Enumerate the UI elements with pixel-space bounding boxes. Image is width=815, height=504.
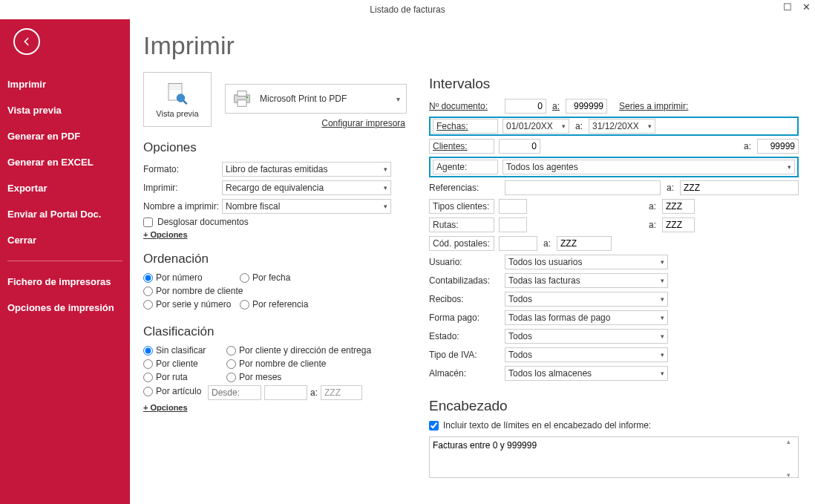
clas-cliente[interactable]: Por cliente: [143, 359, 226, 369]
estado-label: Estado:: [429, 331, 500, 341]
cont-label: Contabilizadas:: [429, 275, 500, 286]
ndoc-label[interactable]: Nº documento:: [429, 101, 500, 111]
nombre-select[interactable]: Nombre fiscal▾: [222, 199, 391, 214]
intervalos-heading: Intervalos: [429, 76, 799, 92]
clasificacion-heading: Clasificación: [143, 324, 407, 339]
printer-select[interactable]: Microsoft Print to PDF ▾: [225, 84, 407, 114]
sidebar-separator: [7, 261, 122, 261]
fechas-to[interactable]: 31/12/20XX▾: [589, 119, 655, 134]
clas-meses[interactable]: Por meses: [226, 372, 281, 382]
ord-por-fecha[interactable]: Por fecha: [240, 272, 312, 283]
ref-from[interactable]: [505, 180, 661, 195]
ord-por-nombre[interactable]: Por nombre de cliente: [143, 286, 243, 296]
ndoc-a: a:: [551, 101, 561, 111]
encabezado-checkbox[interactable]: Incluir texto de límites en el encabezad…: [429, 420, 799, 431]
rutas-label: Rutas:: [429, 217, 494, 232]
sidebar-item-enviar-portal[interactable]: Enviar al Portal Doc.: [0, 201, 130, 227]
tipos-to[interactable]: [662, 199, 695, 214]
alm-select[interactable]: Todos los almacenes▾: [505, 366, 668, 381]
cont-select[interactable]: Todas las facturas▾: [505, 273, 668, 288]
nombre-label: Nombre a imprimir:: [143, 201, 222, 212]
ref-label: Referencias:: [429, 183, 500, 193]
desglosar-checkbox[interactable]: Desglosar documentos: [143, 217, 407, 227]
clientes-label[interactable]: Clientes:: [429, 139, 494, 154]
agente-select[interactable]: Todos los agentes▾: [503, 160, 795, 174]
clas-articulo[interactable]: Por artículo: [143, 386, 208, 396]
ord-por-referencia[interactable]: Por referencia: [240, 299, 308, 310]
maximize-icon[interactable]: ☐: [783, 1, 792, 13]
clas-cliente-dir[interactable]: Por cliente y dirección de entrega: [226, 345, 371, 356]
sidebar-item-cerrar[interactable]: Cerrar: [0, 227, 130, 253]
scrollbar[interactable]: ▴▾: [787, 438, 797, 479]
cp-to[interactable]: [557, 236, 612, 251]
clientes-from[interactable]: [499, 139, 540, 154]
ndoc-to[interactable]: [566, 99, 607, 114]
rutas-from[interactable]: [499, 217, 527, 232]
sidebar-item-opciones-impresion[interactable]: Opciones de impresión: [0, 295, 130, 321]
agente-highlight: Agente: Todos los agentes▾: [429, 157, 799, 177]
rutas-to[interactable]: [662, 217, 695, 232]
imprimir-label: Imprimir:: [143, 183, 222, 193]
tipos-label: Tipos clientes:: [429, 199, 494, 214]
sidebar-item-exportar[interactable]: Exportar: [0, 175, 130, 201]
back-button[interactable]: [13, 28, 40, 55]
printer-icon: [232, 90, 252, 108]
sidebar-item-imprimir[interactable]: Imprimir: [0, 71, 130, 97]
ndoc-from[interactable]: [505, 99, 546, 114]
clas-a-input[interactable]: [321, 385, 362, 400]
encabezado-heading: Encabezado: [429, 398, 799, 414]
rec-select[interactable]: Todos▾: [505, 292, 668, 307]
estado-select[interactable]: Todos▾: [505, 329, 668, 344]
clientes-to[interactable]: [757, 139, 799, 154]
fp-label: Forma pago:: [429, 312, 500, 323]
sidebar-item-generar-pdf[interactable]: Generar en PDF: [0, 123, 130, 149]
vista-previa-tile[interactable]: Vista previa: [143, 72, 212, 127]
sidebar-item-generar-excel[interactable]: Generar en EXCEL: [0, 149, 130, 175]
svg-point-5: [246, 96, 249, 99]
configurar-impresora-link[interactable]: Configurar impresora: [225, 118, 405, 128]
rec-label: Recibos:: [429, 294, 500, 304]
sidebar-item-vista-previa[interactable]: Vista previa: [0, 97, 130, 123]
window-title: Listado de facturas: [370, 4, 445, 15]
opciones-more-link[interactable]: + Opciones: [143, 230, 188, 239]
series-link[interactable]: Series a imprimir:: [619, 101, 688, 111]
iva-label: Tipo de IVA:: [429, 350, 500, 360]
clasificacion-more-link[interactable]: + Opciones: [143, 403, 188, 412]
titlebar: Listado de facturas ☐ ✕: [0, 0, 815, 19]
clas-sin[interactable]: Sin clasificar: [143, 345, 226, 356]
close-icon[interactable]: ✕: [802, 1, 811, 13]
opciones-heading: Opciones: [143, 140, 407, 155]
svg-rect-4: [238, 100, 246, 107]
clas-desde-input2[interactable]: [264, 385, 307, 400]
agente-label: Agente:: [433, 160, 498, 174]
formato-select[interactable]: Libro de facturas emitidas▾: [222, 162, 391, 177]
fechas-label[interactable]: Fechas:: [433, 119, 498, 134]
clas-desde-input[interactable]: [208, 385, 261, 400]
cp-label: Cód. postales:: [429, 236, 494, 251]
svg-rect-3: [238, 91, 246, 96]
fp-select[interactable]: Todas las formas de pago▾: [505, 310, 668, 325]
preview-icon: [164, 81, 191, 106]
encabezado-textarea[interactable]: [429, 436, 799, 478]
usuario-label: Usuario:: [429, 257, 500, 267]
chevron-down-icon: ▾: [396, 95, 400, 103]
sidebar-item-fichero-impresoras[interactable]: Fichero de impresoras: [0, 269, 130, 295]
ordenacion-heading: Ordenación: [143, 252, 407, 266]
ref-to[interactable]: [680, 180, 799, 195]
clas-a-label: a:: [310, 387, 318, 398]
imprimir-select[interactable]: Recargo de equivalencia▾: [222, 180, 391, 195]
formato-label: Formato:: [143, 164, 222, 174]
sidebar: Imprimir Vista previa Generar en PDF Gen…: [0, 19, 130, 504]
ord-por-serie[interactable]: Por serie y número: [143, 299, 240, 310]
usuario-select[interactable]: Todos los usuarios▾: [505, 255, 668, 269]
fechas-from[interactable]: 01/01/20XX▾: [503, 119, 569, 134]
ord-por-numero[interactable]: Por número: [143, 272, 240, 283]
svg-point-1: [177, 94, 185, 102]
page-title: Imprimir: [143, 31, 407, 60]
tipos-from[interactable]: [499, 199, 527, 214]
clas-nombre-cliente[interactable]: Por nombre de cliente: [226, 359, 326, 369]
clas-ruta[interactable]: Por ruta: [143, 372, 226, 382]
iva-select[interactable]: Todos▾: [505, 347, 668, 362]
alm-label: Almacén:: [429, 368, 500, 379]
cp-from[interactable]: [499, 236, 537, 251]
